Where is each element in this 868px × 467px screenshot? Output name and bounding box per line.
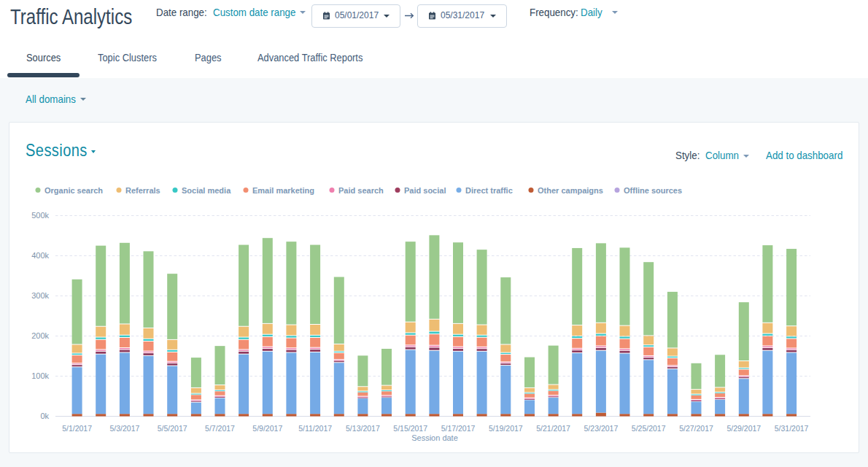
svg-text:5/15/2017: 5/15/2017 bbox=[393, 424, 427, 433]
svg-text:Paid social: Paid social bbox=[404, 186, 446, 195]
svg-text:5/23/2017: 5/23/2017 bbox=[584, 424, 619, 433]
svg-text:5/9/2017: 5/9/2017 bbox=[252, 424, 282, 433]
svg-text:Referrals: Referrals bbox=[125, 186, 160, 195]
svg-text:Direct traffic: Direct traffic bbox=[465, 186, 513, 195]
svg-text:300k: 300k bbox=[31, 291, 49, 300]
svg-text:Paid search: Paid search bbox=[338, 186, 384, 195]
svg-text:5/25/2017: 5/25/2017 bbox=[632, 424, 666, 433]
svg-text:Offline sources: Offline sources bbox=[624, 186, 682, 195]
svg-text:0k: 0k bbox=[40, 412, 49, 420]
svg-text:Organic search: Organic search bbox=[44, 186, 103, 195]
svg-text:5/17/2017: 5/17/2017 bbox=[441, 424, 476, 433]
svg-text:5/11/2017: 5/11/2017 bbox=[298, 424, 332, 433]
svg-text:5/29/2017: 5/29/2017 bbox=[726, 424, 761, 433]
svg-text:500k: 500k bbox=[31, 211, 49, 220]
svg-text:100k: 100k bbox=[31, 371, 49, 380]
svg-text:5/3/2017: 5/3/2017 bbox=[109, 424, 139, 433]
svg-text:5/7/2017: 5/7/2017 bbox=[205, 424, 235, 433]
svg-text:Other campaigns: Other campaigns bbox=[538, 186, 603, 195]
svg-text:5/31/2017: 5/31/2017 bbox=[775, 424, 809, 433]
svg-text:Social media: Social media bbox=[182, 186, 231, 195]
svg-text:Session date: Session date bbox=[411, 433, 458, 442]
svg-text:5/21/2017: 5/21/2017 bbox=[536, 424, 570, 433]
svg-text:5/5/2017: 5/5/2017 bbox=[158, 424, 187, 433]
svg-text:Email marketing: Email marketing bbox=[252, 186, 314, 195]
svg-text:5/19/2017: 5/19/2017 bbox=[489, 424, 523, 433]
svg-text:5/1/2017: 5/1/2017 bbox=[62, 424, 92, 433]
svg-text:400k: 400k bbox=[31, 251, 49, 260]
svg-text:5/27/2017: 5/27/2017 bbox=[679, 424, 713, 433]
svg-text:200k: 200k bbox=[31, 331, 49, 340]
svg-text:5/13/2017: 5/13/2017 bbox=[346, 424, 380, 433]
